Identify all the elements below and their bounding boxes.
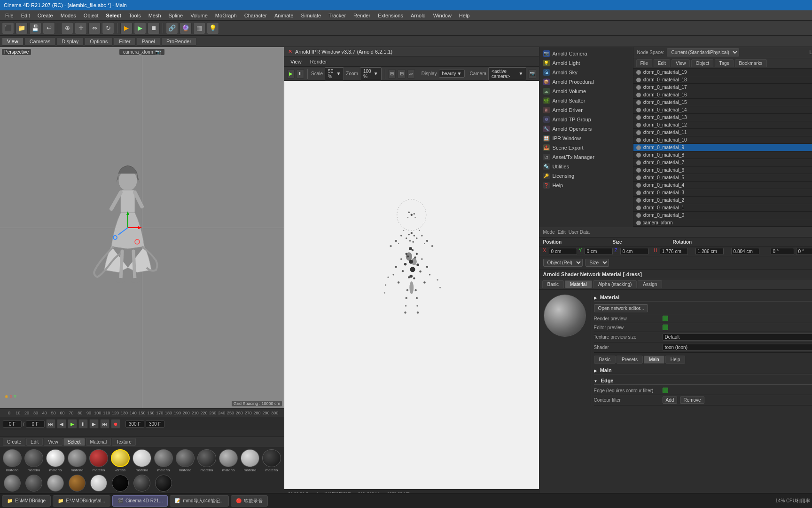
tb-select-btn[interactable]: ⊕ [61, 22, 73, 34]
play-start-btn[interactable]: ⏮ [46, 419, 55, 429]
tb-stop-btn[interactable]: ⏹ [148, 22, 160, 34]
ipr-region-btn[interactable]: ⊟ [398, 69, 405, 79]
ipr-play-btn[interactable]: ▶ [287, 69, 295, 79]
props-tab-alpha[interactable]: Alpha (stacking) [593, 280, 637, 288]
mat-tab-view[interactable]: View [44, 438, 62, 446]
contour-remove-btn[interactable]: Remove [680, 397, 704, 404]
mat-list-mat10[interactable]: xform_0_material_10 ✓ ✕ 🔒 [633, 136, 812, 144]
arnold-item-licensing[interactable]: 🔑 Licensing [539, 171, 633, 181]
mat-item-5-dress[interactable]: -dress [110, 449, 131, 472]
mat-list-mat7[interactable]: xform_0_material_7 ✓ ✕ 🔒 [633, 159, 812, 167]
pos-y-value[interactable]: 0 cm [585, 248, 613, 255]
mat-item-10[interactable]: materia [218, 449, 239, 472]
play-btn[interactable]: ▶ [68, 419, 77, 429]
tb-save-btn[interactable]: 💾 [29, 22, 41, 34]
edge-requires-checkbox[interactable] [663, 388, 668, 393]
ipr-close-btn[interactable]: ✕ [288, 48, 292, 55]
end-frame-box[interactable]: 300 F [125, 421, 144, 428]
arnold-item-camera[interactable]: 📷 Arnold Camera [539, 49, 633, 58]
mat-list-mat19[interactable]: xform_0_material_19 ✓ ✕ 🔒 [633, 69, 812, 76]
mat-item-3[interactable]: materia [67, 449, 87, 472]
node-space-selector[interactable]: Current (Standard/Physical) [667, 48, 739, 56]
shader-value[interactable]: toon (toon) [663, 344, 812, 351]
arnold-item-utilities[interactable]: 🔩 Utilities [539, 162, 633, 171]
tb-scale-btn[interactable]: ⇔ [88, 22, 101, 34]
editor-preview-checkbox[interactable] [663, 325, 668, 330]
node-tab-edit[interactable]: Edit [654, 59, 670, 67]
tb-rotate-btn[interactable]: ↻ [102, 22, 114, 34]
menu-file[interactable]: File [2, 12, 17, 19]
tb-render-btn[interactable]: ▶ [120, 22, 133, 34]
props-tab-assign[interactable]: Assign [638, 280, 662, 288]
tb-open-btn[interactable]: 📁 [16, 22, 28, 34]
ipr-render-canvas[interactable] [284, 81, 539, 489]
arnold-item-ipr[interactable]: 🪟 IPR Window [539, 134, 633, 143]
menu-render[interactable]: Render [350, 12, 374, 19]
ipr-camera-selector[interactable]: <active camera> ▼ [488, 67, 526, 80]
mat-item-7[interactable]: materia [153, 449, 174, 472]
mat-item-12[interactable]: materia [261, 449, 282, 472]
menu-extensions[interactable]: Extensions [375, 12, 406, 19]
mat-tab-texture[interactable]: Texture [112, 438, 136, 446]
mat-list-mat9[interactable]: xform_0_material_9 ✓ ✕ 🔒 [633, 144, 812, 151]
tab-options[interactable]: Options [85, 37, 113, 46]
mat-item-0[interactable]: materia [2, 449, 23, 472]
mat-list-mat15[interactable]: xform_0_material_15 ✓ ✕ 🔒 [633, 99, 812, 106]
mat-list-mat0[interactable]: xform_0_material_0 ✓ ✕ 🔒 [633, 212, 812, 219]
node-tab-tags[interactable]: Tags [715, 59, 733, 67]
task-emmd[interactable]: 📁 E:\MMDBridge [2, 495, 51, 507]
tab-display[interactable]: Display [56, 37, 84, 46]
mat-list-mat4[interactable]: xform_0_material_4 ✓ ✕ 🔒 [633, 182, 812, 189]
menu-tools[interactable]: Tools [125, 12, 144, 19]
menu-window[interactable]: Window [430, 12, 455, 19]
mat-tab-material[interactable]: Material [86, 438, 111, 446]
task-mmd[interactable]: 📝 mmd导入c4d笔记... [170, 495, 229, 507]
size-y-value[interactable]: 1.286 cm [695, 248, 724, 255]
menu-create[interactable]: Create [34, 12, 56, 19]
rot-x-value[interactable]: 0 ° [771, 248, 794, 255]
menu-mograph[interactable]: MoGraph [212, 12, 240, 19]
open-network-btn[interactable]: Open network editor... [594, 304, 648, 312]
arnold-item-sky[interactable]: 🌤 Arnold Sky [539, 68, 633, 77]
size-x-value[interactable]: 1.776 cm [660, 248, 688, 255]
pause-btn[interactable]: ⏸ [78, 419, 88, 429]
mat-tab-select[interactable]: Select [63, 438, 85, 446]
mat-item-4[interactable]: materia [88, 449, 109, 472]
contour-add-btn[interactable]: Add [663, 397, 678, 404]
menu-character[interactable]: Character [241, 12, 270, 19]
mat-list-mat17[interactable]: xform_0_material_17 ✓ ✕ 🔒 [633, 84, 812, 91]
arnold-item-scene-export[interactable]: 📤 Scene Export [539, 143, 633, 152]
arnold-item-procedural[interactable]: 📦 Arnold Procedural [539, 77, 633, 87]
ipr-snapshot-btn[interactable]: 📷 [528, 69, 536, 79]
rot-y-value[interactable]: 0 ° [796, 248, 812, 255]
menu-volume[interactable]: Volume [187, 12, 211, 19]
mat-item-9[interactable]: materia [196, 449, 217, 472]
tab-prorender[interactable]: ProRender [161, 37, 196, 46]
node-tab-object[interactable]: Object [691, 59, 713, 67]
mat-list-mat18[interactable]: xform_0_material_18 ✓ ✕ 🔒 [633, 76, 812, 84]
ipr-display-selector[interactable]: beauty ▼ [439, 70, 465, 78]
arnold-item-scatter[interactable]: 🌿 Arnold Scatter [539, 96, 633, 105]
props-tab-basic[interactable]: Basic [542, 280, 564, 288]
size-type-selector[interactable]: Size [586, 259, 609, 267]
mat-list-mat8[interactable]: xform_0_material_8 ✓ ✕ 🔒 [633, 151, 812, 159]
mat-list-mat2[interactable]: xform_0_material_2 ✓ ✕ 🔒 [633, 197, 812, 204]
record-btn[interactable]: ⏺ [111, 419, 120, 429]
mat-list-mat6[interactable]: xform_0_material_6 ✓ ✕ 🔒 [633, 167, 812, 174]
menu-object[interactable]: Object [80, 12, 102, 19]
mat-list-mat14[interactable]: xform_0_material_14 ✓ ✕ 🔒 [633, 106, 812, 114]
tab-filter[interactable]: Filter [114, 37, 135, 46]
ipr-menu-render[interactable]: Render [307, 58, 330, 65]
menu-modes[interactable]: Modes [57, 12, 79, 19]
task-emmdal[interactable]: 📁 E:\MMDBridge\al... [53, 495, 110, 507]
start-frame-box[interactable]: 0 F [26, 421, 45, 428]
main-sub-tab-presets[interactable]: Presets [617, 356, 643, 364]
prev-frame-btn[interactable]: ◀ [57, 419, 66, 429]
total-frame-box[interactable]: 300 F [146, 421, 164, 428]
ipr-fit-btn[interactable]: ⊞ [388, 69, 396, 79]
pos-z-value[interactable]: 0 cm [620, 248, 648, 255]
mat-item-1[interactable]: materia [23, 449, 44, 472]
tb-move-btn[interactable]: ✛ [75, 22, 87, 34]
render-preview-checkbox[interactable] [663, 316, 668, 321]
mat-list-mat11[interactable]: xform_0_material_11 ✓ ✕ 🔒 [633, 129, 812, 136]
